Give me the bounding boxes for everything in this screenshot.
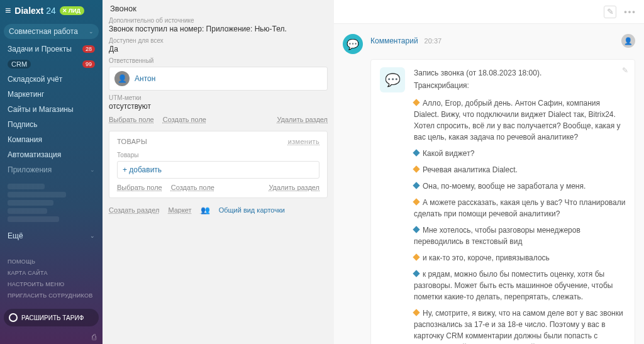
- transcription-label: Транскрибация:: [414, 80, 626, 91]
- transcript-turn: Речевая аналитика Dialect.: [414, 164, 626, 175]
- logo: Dialext 24: [14, 6, 55, 16]
- sidebar-more[interactable]: Ещё⌄: [0, 228, 103, 243]
- sidebar-item[interactable]: Компания: [0, 132, 103, 147]
- sidebar-footer-link[interactable]: ПОМОЩЬ: [0, 256, 103, 267]
- lead-pill[interactable]: ✕ЛИД: [60, 6, 84, 15]
- turn-text: Алло, Егор, добрый день. Антон Сафин, ко…: [414, 99, 621, 141]
- detail-panel: Звонок Дополнительно об источнике Звонок…: [103, 0, 334, 344]
- card-view-link[interactable]: Общий вид карточки: [219, 206, 285, 214]
- chat-icon: 💬: [380, 67, 405, 92]
- products-header: ТОВАРЫ: [117, 138, 147, 145]
- utm-label: UTM-метки: [109, 94, 328, 101]
- transcript-turn: и как-то это, короче, привязывалось: [414, 252, 626, 264]
- turn-text: А можете рассказать, какая цель у вас? Ч…: [414, 198, 625, 218]
- transcript-turn: Мне хотелось, чтобы разговоры менеджеров…: [414, 225, 626, 247]
- sidebar-footer-link[interactable]: НАСТРОИТЬ МЕНЮ: [0, 279, 103, 290]
- responsible-name: Антон: [135, 74, 155, 83]
- turn-text: Она, по-моему, вообще не заработала у ме…: [423, 182, 586, 191]
- avail-label: Доступен для всех: [109, 37, 328, 44]
- note-icon[interactable]: ✎: [604, 6, 616, 18]
- sidebar-footer-link[interactable]: КАРТА САЙТА: [0, 267, 103, 279]
- comment-bubble-icon: 💬: [343, 34, 363, 54]
- responsible-field[interactable]: 👤 Антон: [109, 67, 328, 91]
- turn-text: к рядам, можно было бы поместить оценку,…: [414, 270, 613, 301]
- expand-tariff-button[interactable]: РАСШИРИТЬ ТАРИФ: [4, 309, 99, 326]
- transcript-card: ✎ 💬 Запись звонка (от 18.08.2023 18:00).…: [370, 59, 635, 344]
- products-card: ТОВАРЫ изменить Товары + добавить Выбрат…: [109, 131, 328, 198]
- sidebar-item[interactable]: Складской учёт: [0, 72, 103, 87]
- sidebar-item[interactable]: CRM99: [0, 57, 103, 72]
- transcript-turn: Какой виджет?: [414, 148, 626, 159]
- turn-text: Какой виджет?: [423, 149, 474, 158]
- speaker-diamond-icon: [413, 149, 419, 156]
- close-icon[interactable]: ✕: [62, 8, 67, 14]
- sidebar: ≡ Dialext 24 ✕ЛИД Совместная работа⌄Зада…: [0, 0, 103, 344]
- select-field-link[interactable]: Выбрать поле: [109, 116, 154, 123]
- create-section-link[interactable]: Создать раздел: [109, 206, 159, 214]
- turn-text: Мне хотелось, чтобы разговоры менеджеров…: [414, 226, 580, 246]
- source-value: Звонок поступил на номер: Приложение: Нь…: [109, 25, 328, 33]
- speaker-diamond-icon: [413, 198, 419, 205]
- speaker-diamond-icon: [413, 99, 419, 106]
- transcript-turn: Ну, смотрите, я вижу, что на самом деле …: [414, 308, 626, 344]
- add-product-button[interactable]: + добавить: [117, 161, 319, 179]
- comment-label: Комментарий: [370, 36, 418, 45]
- turn-text: Речевая аналитика Dialect.: [423, 165, 518, 174]
- menu-icon[interactable]: ≡: [5, 5, 11, 16]
- avatar-icon: 👤: [114, 71, 130, 86]
- sidebar-item[interactable]: Задачи и Проекты28: [0, 42, 103, 57]
- speaker-diamond-icon: [413, 226, 419, 233]
- utm-value: отсутствуют: [109, 102, 328, 111]
- transcript-turn: Алло, Егор, добрый день. Антон Сафин, ко…: [414, 97, 626, 143]
- create-field-link-2[interactable]: Создать поле: [171, 184, 214, 191]
- speaker-diamond-icon: [413, 270, 419, 277]
- ring-icon: [9, 313, 18, 322]
- create-field-link[interactable]: Создать поле: [163, 116, 206, 123]
- sidebar-item[interactable]: Приложения⌄: [0, 162, 103, 177]
- avail-value: Да: [109, 45, 328, 53]
- delete-section-link[interactable]: Удалить раздел: [277, 116, 328, 123]
- responsible-label: Ответственный: [109, 57, 328, 64]
- author-avatar-icon[interactable]: 👤: [621, 34, 635, 48]
- transcript-turn: Она, по-моему, вообще не заработала у ме…: [414, 180, 626, 192]
- speaker-diamond-icon: [413, 309, 419, 316]
- speaker-diamond-icon: [413, 182, 419, 189]
- products-label: Товары: [117, 152, 319, 158]
- people-icon: 👥: [201, 206, 210, 214]
- transcript-turn: А можете рассказать, какая цель у вас? Ч…: [414, 197, 626, 219]
- source-label: Дополнительно об источнике: [109, 17, 328, 24]
- turn-text: Ну, смотрите, я вижу, что на самом деле …: [414, 309, 623, 344]
- transcript-turn: к рядам, можно было бы поместить оценку,…: [414, 269, 626, 302]
- sidebar-item[interactable]: Сайты и Магазины: [0, 102, 103, 117]
- speaker-diamond-icon: [413, 165, 419, 172]
- edit-icon[interactable]: ✎: [622, 66, 628, 75]
- sidebar-item[interactable]: Совместная работа⌄: [4, 24, 99, 39]
- select-field-link-2[interactable]: Выбрать поле: [117, 184, 162, 191]
- delete-section-link-2[interactable]: Удалить раздел: [269, 184, 319, 191]
- change-link[interactable]: изменить: [288, 138, 319, 145]
- sidebar-item[interactable]: Маркетинг: [0, 87, 103, 102]
- comment-time: 20:37: [425, 37, 442, 45]
- sidebar-item[interactable]: Подпись: [0, 117, 103, 132]
- market-link[interactable]: Маркет: [168, 206, 191, 214]
- speaker-diamond-icon: [413, 253, 419, 260]
- print-icon[interactable]: ⎙: [92, 333, 96, 341]
- panel-title: Звонок: [110, 4, 328, 13]
- timeline-panel: ✎ ••• 💬 Комментарий 20:37 👤 ✎ 💬 Запись з…: [334, 0, 644, 344]
- more-icon[interactable]: •••: [624, 6, 636, 18]
- sidebar-footer-link[interactable]: ПРИГЛАСИТЬ СОТРУДНИКОВ: [0, 290, 103, 301]
- sidebar-item[interactable]: Автоматизация: [0, 147, 103, 162]
- recording-header: Запись звонка (от 18.08.2023 18:00).: [414, 67, 626, 79]
- turn-text: и как-то это, короче, привязывалось: [423, 253, 550, 262]
